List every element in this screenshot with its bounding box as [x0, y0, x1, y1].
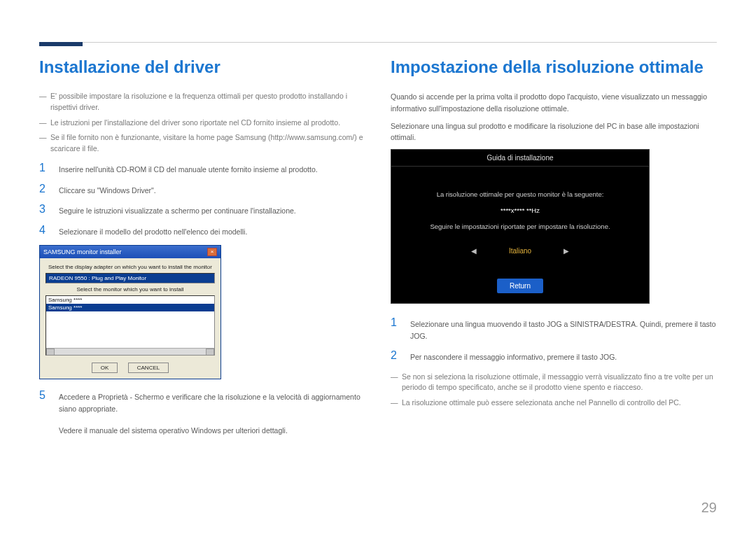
step-number: 3 — [39, 203, 49, 217]
paragraph: Selezionare una lingua sul prodotto e mo… — [391, 120, 717, 144]
osd-language-selector[interactable]: ◀ Italiano ▶ — [402, 247, 638, 255]
step-number: 5 — [39, 389, 49, 415]
step-row: 1 Inserire nell'unità CD-ROM il CD del m… — [39, 162, 365, 176]
footer-text: Vedere il manuale del sistema operativo … — [59, 425, 365, 437]
installer-titlebar: SAMSUNG monitor installer × — [40, 246, 220, 258]
note-item: E' possibile impostare la risoluzione e … — [39, 91, 365, 113]
step-text: Selezionare il modello del prodotto nell… — [59, 224, 247, 238]
paragraph: Quando si accende per la prima volta il … — [391, 91, 717, 115]
page-number: 29 — [701, 500, 717, 516]
osd-line: Seguire le impostazioni riportate per im… — [402, 223, 638, 230]
osd-title: Guida di installazione — [391, 150, 649, 167]
step-number: 4 — [39, 224, 49, 238]
adapter-select[interactable]: RADEON 9550 : Plug and Play Monitor — [46, 273, 215, 283]
step-row: 5 Accedere a Proprietà - Schermo e verif… — [39, 389, 365, 415]
osd-line: La risoluzione ottimale per questo monit… — [402, 190, 638, 198]
step-row: 3 Seguire le istruzioni visualizzate a s… — [39, 203, 365, 217]
adapter-select-value: RADEON 9550 : Plug and Play Monitor — [49, 275, 146, 281]
list-item[interactable]: Samsung **** — [46, 304, 214, 311]
monitor-listbox[interactable]: Samsung **** Samsung **** — [46, 295, 215, 356]
chevron-right-icon[interactable]: ▶ — [564, 247, 569, 255]
step-row: 1 Selezionare una lingua muovendo il tas… — [391, 316, 717, 342]
installer-label: Select the monitor which you want to ins… — [46, 286, 215, 293]
top-rule — [39, 42, 717, 43]
left-column: Installazione del driver E' possibile im… — [39, 57, 365, 436]
ok-button[interactable]: OK — [92, 363, 118, 373]
step-text: Accedere a Proprietà - Schermo e verific… — [59, 389, 365, 415]
chevron-left-icon[interactable]: ◀ — [471, 247, 477, 255]
step-text: Inserire nell'unità CD-ROM il CD del man… — [59, 162, 318, 176]
step-text: Cliccare su "Windows Driver". — [59, 183, 156, 197]
list-item[interactable]: Samsung **** — [46, 296, 214, 304]
osd-resolution: ****x**** **Hz — [402, 206, 638, 214]
right-column: Impostazione della risoluzione ottimale … — [391, 57, 717, 436]
step-number: 1 — [39, 162, 49, 176]
installer-title: SAMSUNG monitor installer — [43, 248, 122, 255]
note-item: Le istruzioni per l'installazione del dr… — [39, 118, 365, 129]
installer-label: Select the display adapter on which you … — [46, 264, 215, 270]
top-rule-accent — [39, 42, 83, 46]
scrollbar[interactable] — [46, 348, 214, 355]
step-number: 2 — [391, 349, 400, 363]
step-row: 2 Per nascondere il messaggio informativ… — [391, 349, 717, 363]
close-icon[interactable]: × — [207, 248, 217, 256]
osd-language: Italiano — [509, 247, 531, 255]
page-title-right: Impostazione della risoluzione ottimale — [391, 57, 717, 77]
step-text: Selezionare una lingua muovendo il tasto… — [410, 316, 717, 342]
installer-window: SAMSUNG monitor installer × Select the d… — [39, 245, 221, 379]
step-number: 1 — [391, 316, 400, 342]
page-title-left: Installazione del driver — [39, 57, 365, 77]
step-row: 4 Selezionare il modello del prodotto ne… — [39, 224, 365, 238]
step-text: Per nascondere il messaggio informativo,… — [410, 349, 617, 363]
step-row: 2 Cliccare su "Windows Driver". — [39, 183, 365, 197]
step-text: Seguire le istruzioni visualizzate a sch… — [59, 203, 296, 217]
note-item: Se non si seleziona la risoluzione ottim… — [391, 372, 717, 394]
osd-panel: Guida di installazione La risoluzione ot… — [391, 149, 650, 304]
step-number: 2 — [39, 183, 49, 197]
note-item: La risoluzione ottimale può essere selez… — [391, 398, 717, 409]
cancel-button[interactable]: CANCEL — [128, 363, 169, 373]
return-button[interactable]: Return — [497, 279, 543, 293]
note-item: Se il file fornito non è funzionante, vi… — [39, 132, 365, 155]
